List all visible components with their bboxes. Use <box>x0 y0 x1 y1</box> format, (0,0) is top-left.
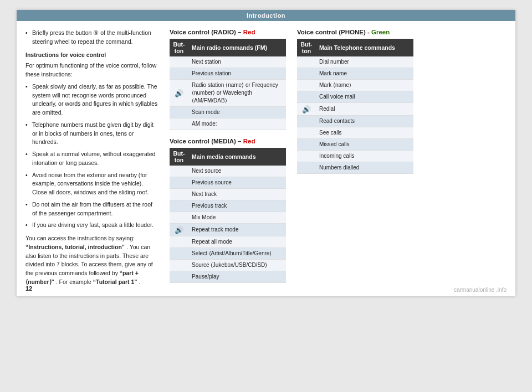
btn-cell <box>170 212 188 224</box>
btn-cell <box>170 118 188 130</box>
cmd-cell: Previous track <box>188 200 286 212</box>
middle-column: Voice control (RADIO) – Red But-ton Main… <box>170 29 286 291</box>
cmd-cell: Select ⟨Artist/Album/Title/Genre⟩ <box>188 248 286 260</box>
cmd-cell: Mark name <box>316 68 413 80</box>
cmd-cell: Repeat all mode <box>188 236 286 248</box>
btn-cell <box>297 56 316 68</box>
closing-text1: You can access the instructions by sayin… <box>25 235 135 241</box>
instructions-title: Instructions for voice control <box>25 51 158 60</box>
btn-cell <box>170 56 188 68</box>
bullet-item-4: Speak at a normal volume, without exagge… <box>25 150 158 168</box>
content-area: Briefly press the button ⑧ of the multi-… <box>17 21 515 296</box>
radio-col-btn: But-ton <box>170 39 188 56</box>
btn-cell <box>297 127 316 139</box>
media-title-color: Red <box>243 138 255 145</box>
cmd-cell: Next track <box>188 189 286 200</box>
bullet-item-3: Telephone numbers must be given digit by… <box>25 121 158 147</box>
table-row: Read contacts <box>297 116 413 127</box>
table-row: Pause/play <box>170 271 286 283</box>
cmd-cell: See calls <box>316 127 413 139</box>
cmd-cell: Scan mode <box>188 107 286 118</box>
bullet-item-7: If you are driving very fast, speak a li… <box>25 221 158 230</box>
btn-cell <box>170 200 188 212</box>
cmd-cell: Mark ⟨name⟩ <box>316 80 413 91</box>
speaker-icon: 🔊 <box>175 226 183 234</box>
table-row: Dial number <box>297 56 413 68</box>
btn-cell <box>170 260 188 271</box>
cmd-cell: Source (Jukebox/USB/CD/SD) <box>188 260 286 271</box>
table-row: AM mode: <box>170 118 286 130</box>
table-row: See calls <box>297 127 413 139</box>
bullet-item-5: Avoid noise from the exterior and nearby… <box>25 171 158 197</box>
cmd-cell: Next source <box>188 166 286 177</box>
cmd-cell: AM mode: <box>188 118 286 130</box>
btn-cell <box>297 151 316 162</box>
closing-text3: . For example <box>56 278 93 285</box>
closing-text4: . <box>139 278 140 285</box>
radio-title-prefix: Voice control (RADIO) – <box>170 29 243 35</box>
btn-cell <box>170 271 188 283</box>
phone-section-title: Voice control (PHONE) - Green <box>297 29 413 35</box>
btn-cell: 🔊 <box>297 103 316 116</box>
cmd-cell: Previous source <box>188 177 286 189</box>
btn-cell: 🔊 <box>170 80 188 107</box>
btn-cell <box>297 68 316 80</box>
cmd-cell: Previous station <box>188 68 286 80</box>
watermark: carmanualonline .info <box>454 287 507 293</box>
btn-cell <box>297 139 316 151</box>
table-row: 🔊Redial <box>297 103 413 116</box>
table-row: Repeat all mode <box>170 236 286 248</box>
btn-cell <box>297 91 316 103</box>
phone-title-prefix: Voice control (PHONE) - <box>297 29 371 35</box>
table-row: Scan mode <box>170 107 286 118</box>
cmd-cell: Missed calls <box>316 139 413 151</box>
cmd-cell: Radio station ⟨name⟩ or Frequency ⟨numbe… <box>188 80 286 107</box>
bullet-text-7: If you are driving very fast, speak a li… <box>32 221 154 228</box>
table-row: Mark ⟨name⟩ <box>297 80 413 91</box>
table-row: Previous track <box>170 200 286 212</box>
table-row: Numbers dialled <box>297 162 413 174</box>
cmd-cell: Next station <box>188 56 286 68</box>
closing-paragraph: You can access the instructions by sayin… <box>25 234 158 287</box>
bullet-item-1: Briefly press the button ⑧ of the multi-… <box>25 29 158 47</box>
cmd-cell: Mix Mode <box>188 212 286 224</box>
bullet-item-2: Speak slowly and clearly, as far as poss… <box>25 82 158 117</box>
cmd-cell: Read contacts <box>316 116 413 127</box>
bullet-text-5: Avoid noise from the exterior and nearby… <box>32 172 149 196</box>
btn-cell <box>170 248 188 260</box>
btn-cell <box>170 177 188 189</box>
bullet-text-2: Speak slowly and clearly, as far as poss… <box>32 83 157 116</box>
bullet-text-1: Briefly press the button ⑧ of the multi-… <box>32 29 151 45</box>
btn-cell <box>170 166 188 177</box>
bullet-text-4: Speak at a normal volume, without exagge… <box>32 151 155 166</box>
closing-bold3: “Tutorial part 1” <box>93 278 137 285</box>
cmd-cell: Repeat track mode <box>188 224 286 236</box>
page: Introduction Briefly press the button ⑧ … <box>17 10 515 296</box>
btn-cell <box>170 68 188 80</box>
radio-table: But-ton Main radio commands (FM) Next st… <box>170 39 286 130</box>
cmd-cell: Incoming calls <box>316 151 413 162</box>
header-title: Introduction <box>247 12 285 19</box>
btn-cell <box>170 107 188 118</box>
btn-cell <box>297 80 316 91</box>
table-row: Call voice mail <box>297 91 413 103</box>
bullet-item-6: Do not aim the air from the diffusers at… <box>25 200 158 218</box>
table-row: Mark name <box>297 68 413 80</box>
bullet-text-3: Telephone numbers must be given digit by… <box>32 121 154 146</box>
phone-col-cmd: Main Telephone commands <box>316 39 413 56</box>
left-column: Briefly press the button ⑧ of the multi-… <box>25 29 158 291</box>
table-row: Previous source <box>170 177 286 189</box>
table-row: 🔊Repeat track mode <box>170 224 286 236</box>
btn-cell <box>297 116 316 127</box>
cmd-cell: Pause/play <box>188 271 286 283</box>
cmd-cell: Redial <box>316 103 413 116</box>
speaker-icon: 🔊 <box>175 89 183 97</box>
cmd-cell: Call voice mail <box>316 91 413 103</box>
media-col-btn: But-ton <box>170 148 188 166</box>
btn-cell: 🔊 <box>170 224 188 236</box>
phone-table: But-ton Main Telephone commands Dial num… <box>297 39 413 174</box>
media-section-title: Voice control (MEDIA) – Red <box>170 138 286 145</box>
phone-col-btn: But-ton <box>297 39 316 56</box>
bullet-text-6: Do not aim the air from the diffusers at… <box>32 201 152 216</box>
table-row: Mix Mode <box>170 212 286 224</box>
